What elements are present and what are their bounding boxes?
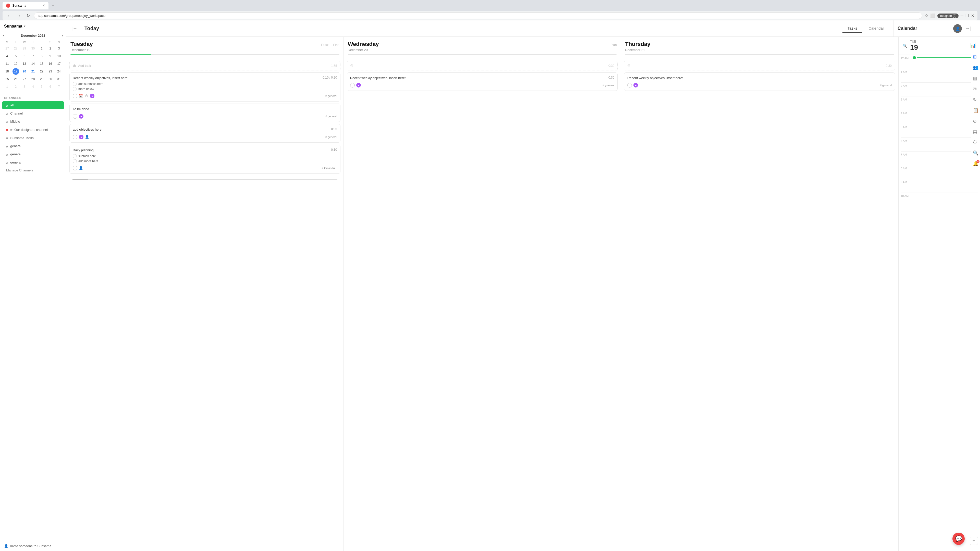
people-icon[interactable]: 👥 bbox=[973, 65, 978, 70]
cal-day[interactable]: 1 bbox=[4, 83, 11, 90]
cal-day[interactable]: 11 bbox=[4, 60, 11, 67]
sidebar-item-general-1[interactable]: # general bbox=[2, 142, 64, 150]
sidebar-item-general-3[interactable]: # general bbox=[2, 159, 64, 166]
clock-refresh-icon[interactable]: ⏱ bbox=[973, 140, 978, 145]
subtask-item[interactable]: more below bbox=[73, 87, 337, 91]
task-card-weekly-objectives-tue[interactable]: Recent weekly objectives, insert here: 0… bbox=[69, 73, 340, 102]
add-task-tuesday[interactable]: ⊕ Add task 1:55 bbox=[69, 61, 340, 70]
cal-day[interactable]: 5 bbox=[13, 53, 19, 59]
chat-fab-button[interactable]: 💬 bbox=[953, 533, 965, 545]
table-icon[interactable]: ▤ bbox=[973, 76, 978, 81]
cal-day[interactable]: 12 bbox=[13, 60, 19, 67]
task-card-to-be-done[interactable]: To be done ● # general bbox=[69, 103, 340, 122]
cal-day[interactable]: 25 bbox=[4, 76, 11, 83]
cal-day[interactable]: 7 bbox=[30, 53, 36, 59]
subtask-item[interactable]: add subtasks here bbox=[73, 82, 337, 86]
minimize-button[interactable]: ─ bbox=[961, 14, 963, 18]
bookmark-icon[interactable]: ☆ bbox=[924, 13, 928, 18]
cal-day[interactable]: 6 bbox=[21, 53, 28, 59]
cal-day[interactable]: 22 bbox=[38, 68, 45, 75]
subtask-item[interactable]: subtask here bbox=[73, 154, 337, 158]
task-check-icon[interactable] bbox=[73, 94, 77, 98]
cal-day[interactable]: 2 bbox=[13, 83, 19, 90]
sidebar-item-all[interactable]: # all bbox=[2, 101, 64, 109]
cal-day[interactable]: 4 bbox=[4, 53, 11, 59]
cal-day[interactable]: 27 bbox=[4, 45, 11, 52]
receipt-icon[interactable]: ▤ bbox=[973, 129, 978, 135]
manage-channels-button[interactable]: Manage Channels bbox=[2, 167, 64, 174]
cal-day[interactable]: 5 bbox=[38, 83, 45, 90]
cal-day[interactable]: 2 bbox=[47, 45, 54, 52]
notification-badge-icon[interactable]: 🔔4 bbox=[973, 161, 978, 167]
browser-tab-sunsama[interactable]: Sunsama × bbox=[3, 2, 48, 10]
subtask-item[interactable]: add more here bbox=[73, 159, 337, 163]
cal-day-21[interactable]: 21 bbox=[30, 68, 36, 75]
task-check-icon[interactable] bbox=[73, 114, 77, 119]
task-card-weekly-objectives-thu[interactable]: Recent weekly objectives, insert here: ●… bbox=[624, 73, 895, 91]
cal-day[interactable]: 26 bbox=[13, 76, 19, 83]
invite-button[interactable]: 👤 Invite someone to Sunsama bbox=[4, 544, 62, 548]
cal-day[interactable]: 31 bbox=[56, 76, 62, 83]
add-task-thursday[interactable]: ⊕ 0:30 bbox=[624, 61, 895, 70]
zoom-in-icon[interactable]: 🔍 bbox=[903, 44, 907, 48]
reload-button[interactable]: ↻ bbox=[25, 13, 32, 19]
cal-day[interactable]: 18 bbox=[4, 68, 11, 75]
tab-close-button[interactable]: × bbox=[43, 3, 45, 8]
sidebar-item-middle[interactable]: # Middle bbox=[2, 118, 64, 125]
tab-calendar[interactable]: Calendar bbox=[863, 24, 889, 33]
sidebar-item-sunsama-tasks[interactable]: # Sunsama Tasks bbox=[2, 134, 64, 142]
close-button[interactable]: ✕ bbox=[971, 13, 974, 18]
task-card-weekly-objectives-wed[interactable]: Recent weekly objectives, insert here: 0… bbox=[347, 73, 618, 91]
cal-day[interactable]: 7 bbox=[56, 83, 62, 90]
collapse-sidebar-button[interactable]: |← bbox=[72, 26, 77, 31]
collapse-right-button[interactable]: →| bbox=[965, 26, 971, 31]
sidebar-item-designers[interactable]: # Our designers channel bbox=[2, 126, 64, 134]
cal-day[interactable]: 28 bbox=[13, 45, 19, 52]
maximize-button[interactable]: ❐ bbox=[966, 13, 969, 18]
add-task-wednesday[interactable]: ⊕ 0:30 bbox=[347, 61, 618, 70]
tab-tasks[interactable]: Tasks bbox=[842, 24, 862, 33]
cal-day[interactable]: 3 bbox=[56, 45, 62, 52]
sync-icon[interactable]: ↻ bbox=[973, 97, 978, 103]
cal-day[interactable]: 28 bbox=[30, 76, 36, 83]
forward-button[interactable]: → bbox=[15, 13, 22, 19]
location-icon[interactable]: ⊙ bbox=[973, 118, 978, 124]
cal-day[interactable]: 29 bbox=[21, 45, 28, 52]
cal-day-today[interactable]: 19 bbox=[13, 68, 19, 75]
task-check-icon[interactable] bbox=[627, 83, 632, 87]
cal-day[interactable]: 9 bbox=[47, 53, 54, 59]
cal-day[interactable]: 27 bbox=[21, 76, 28, 83]
app-name-header[interactable]: Sunsama ▾ bbox=[0, 21, 66, 32]
cal-day-20[interactable]: 20 bbox=[21, 68, 28, 75]
cal-day[interactable]: 17 bbox=[56, 60, 62, 67]
search-icon[interactable]: 🔍 bbox=[973, 150, 978, 156]
cal-day[interactable]: 14 bbox=[30, 60, 36, 67]
sidebar-item-general-2[interactable]: # general bbox=[2, 150, 64, 158]
add-fab-button[interactable]: + bbox=[970, 537, 978, 545]
back-button[interactable]: ← bbox=[6, 13, 13, 19]
task-check-icon[interactable] bbox=[73, 135, 77, 139]
cal-day[interactable]: 6 bbox=[47, 83, 54, 90]
cal-day[interactable]: 15 bbox=[38, 60, 45, 67]
gmail-icon[interactable]: ✉ bbox=[973, 86, 978, 92]
cal-day[interactable]: 24 bbox=[56, 68, 62, 75]
calendar-prev-button[interactable]: ‹ bbox=[3, 33, 4, 38]
notes-icon[interactable]: 📋 bbox=[973, 108, 978, 113]
cal-day[interactable]: 10 bbox=[56, 53, 62, 59]
task-check-icon[interactable] bbox=[350, 83, 355, 87]
cal-day[interactable]: 23 bbox=[47, 68, 54, 75]
cal-day[interactable]: 4 bbox=[30, 83, 36, 90]
task-card-daily-planning[interactable]: Daily planning 0:10 subtask here add mor… bbox=[69, 144, 340, 174]
task-check-icon[interactable] bbox=[73, 166, 77, 170]
cal-day[interactable]: 13 bbox=[21, 60, 28, 67]
calendar-next-button[interactable]: › bbox=[62, 33, 63, 38]
cal-day[interactable]: 8 bbox=[38, 53, 45, 59]
cal-day[interactable]: 30 bbox=[30, 45, 36, 52]
cal-day[interactable]: 16 bbox=[47, 60, 54, 67]
today-button[interactable]: Today bbox=[81, 24, 102, 33]
task-card-objectives[interactable]: add objectives here 0:05 ● 👤 # general bbox=[69, 124, 340, 142]
cal-day[interactable]: 29 bbox=[38, 76, 45, 83]
url-bar[interactable] bbox=[34, 13, 922, 19]
cal-day[interactable]: 1 bbox=[38, 45, 45, 52]
cal-day[interactable]: 3 bbox=[21, 83, 28, 90]
